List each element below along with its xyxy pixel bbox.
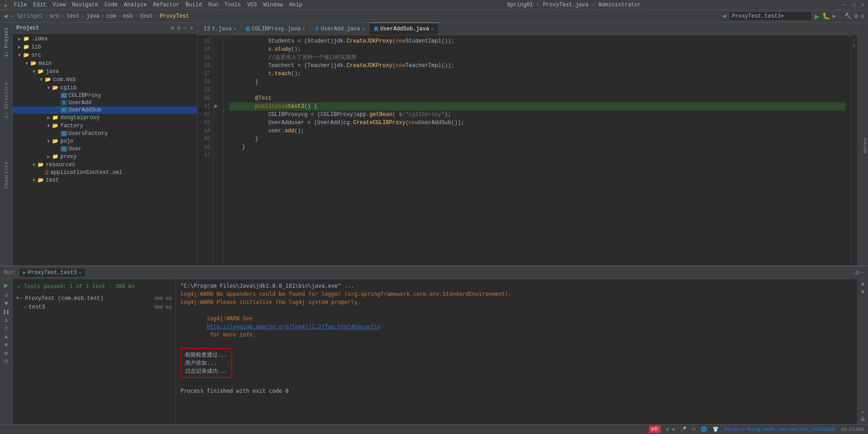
run-clock-icon[interactable]: ⏱ [4, 359, 9, 366]
nav-back-icon[interactable]: ◀ [4, 12, 7, 20]
tree-lib[interactable]: ▶ 📁 lib [13, 43, 197, 51]
mic-icon[interactable]: 🎤 [680, 426, 687, 432]
run-tree-icon[interactable]: ⊞ [5, 350, 8, 357]
tree-resources[interactable]: ▼ 📂 resources [13, 161, 197, 169]
tree-java[interactable]: ▼ 📂 java [13, 68, 197, 76]
run-gutter-icon[interactable]: ▶ [215, 102, 222, 111]
menu-build[interactable]: Build [183, 1, 205, 9]
tree-useraddsub[interactable]: C UserAddSub [13, 106, 197, 114]
useradd-tab-close[interactable]: ✕ [362, 26, 365, 32]
tab-13[interactable]: 13 t.java ✕ [199, 23, 241, 35]
build-icon[interactable]: 🔨 [844, 13, 852, 20]
tree-proxy[interactable]: ▶ 📁 proxy [13, 153, 197, 161]
tree-com-msb[interactable]: ▼ 📂 com.msb [13, 76, 197, 84]
tab-cglibproxy[interactable]: C CGLIBProxy.java ✕ [241, 23, 310, 35]
menu-code[interactable]: Code [102, 1, 120, 9]
breadcrumb-com[interactable]: com [107, 13, 117, 19]
settings-icon[interactable]: ⚙ [855, 269, 859, 276]
breadcrumb-proxytest[interactable]: ProxyTest [160, 13, 189, 19]
favorites-icon[interactable]: Favorites [3, 159, 10, 191]
run-stop-icon[interactable]: ■ [5, 300, 8, 307]
test-test3-row[interactable]: ✓ test3 380 ms [15, 303, 174, 311]
tree-cglib[interactable]: ▼ 📂 cglib [13, 84, 197, 92]
menu-tools[interactable]: Tools [222, 1, 244, 9]
print-icon[interactable]: 🖶 [860, 416, 865, 422]
run-rerun-icon[interactable]: ↺ [5, 292, 8, 299]
close-button[interactable]: ✕ [861, 1, 864, 9]
run-tab-proxytest[interactable]: ▶ ProxyTest.test3 ✕ [20, 269, 85, 277]
nav-arrow-left[interactable]: ◀ [723, 13, 726, 19]
status-link[interactable]: https://blog.csdn.net/weixin_43321280 [724, 427, 835, 432]
run-prev-icon[interactable]: ▲ [5, 334, 8, 340]
tree-src[interactable]: ▼ 📂 src [13, 51, 197, 59]
menu-help[interactable]: Help [287, 1, 305, 9]
run-sort-icon[interactable]: ⇅ [5, 317, 8, 324]
tree-factory[interactable]: ▼ 📂 factory [13, 122, 197, 130]
breadcrumb-test[interactable]: test [67, 13, 80, 19]
wrap-icon[interactable]: ↵ [861, 409, 864, 415]
menu-run[interactable]: Run [205, 1, 221, 9]
nav-forward-icon[interactable]: ▶ [10, 12, 14, 20]
structure-icon[interactable]: Z: Structure [3, 80, 10, 121]
tree-main[interactable]: ▼ 📂 main [13, 59, 197, 68]
tree-cglibproxy[interactable]: C CGLIBProxy [13, 92, 197, 99]
tree-user[interactable]: C User [13, 145, 197, 153]
tree-test-folder[interactable]: ▼ 📂 test [13, 176, 197, 184]
minimize-button[interactable]: — [843, 1, 847, 9]
sidebar-collapse-icon[interactable]: — [183, 24, 187, 32]
debug-icon[interactable]: 🐛 [822, 12, 830, 20]
scroll-down-icon[interactable]: ▼ [861, 289, 864, 295]
tab-useraddsub[interactable]: C UserAddSub.java ✕ [370, 23, 439, 35]
menu-view[interactable]: View [50, 1, 68, 9]
menu-window[interactable]: Window [261, 1, 286, 9]
tree-usersfactory[interactable]: C UsersFactory [13, 130, 197, 137]
menu-analyze[interactable]: Analyze [121, 1, 149, 9]
tab-13-close[interactable]: ✕ [234, 26, 236, 32]
menu-navigate[interactable]: Navigate [69, 1, 101, 9]
test-proxytest-row[interactable]: ▼ ✓ ProxyTest (com.msb.test) 380 ms [15, 294, 174, 303]
project-icon[interactable]: 1: Project [3, 24, 10, 60]
run-play-icon[interactable]: ▶ [4, 281, 9, 290]
menu-file[interactable]: File [11, 1, 29, 9]
restore-layout-icon[interactable]: ⊟ [861, 13, 864, 20]
tree-appcontext[interactable]: ☰ applicationContext.xml [13, 169, 197, 176]
more-run-icon[interactable]: … [839, 13, 842, 19]
keyboard-icon[interactable]: ⌨ [692, 426, 695, 432]
tree-useradd[interactable]: I UserAdd [13, 99, 197, 106]
cglibproxy-tab-close[interactable]: ✕ [302, 26, 305, 32]
search-field[interactable]: ProxyTest.test3▾ [729, 11, 812, 21]
sidebar-gear-icon[interactable]: ⚙ [177, 24, 181, 32]
nav-right-icon[interactable]: ⊞ [854, 13, 858, 20]
run-green-icon[interactable]: ▶ [814, 11, 819, 21]
breadcrumb-spring01[interactable]: Spring01 [17, 13, 43, 19]
sogou-input-icon[interactable]: S中 [649, 425, 661, 433]
run-pause-icon[interactable]: ❚❚ [3, 309, 9, 315]
run-next-icon[interactable]: ▼ [5, 342, 8, 348]
breadcrumb-msb[interactable]: msb [123, 13, 133, 19]
useraddsub-tab-close[interactable]: ✕ [431, 26, 434, 32]
tree-dongtaiproxy[interactable]: ▶ 📁 dongtaiproxy [13, 114, 197, 122]
log4j-link[interactable]: http://logging.apache.org/log4j/1.2/faq.… [207, 323, 380, 330]
coverage-icon[interactable]: ▶ [833, 13, 836, 19]
maven-label[interactable]: Maven [863, 138, 868, 153]
menu-vcs[interactable]: VCS [244, 1, 260, 9]
restore-button[interactable]: ❐ [852, 1, 855, 9]
run-tab-close[interactable]: ✕ [78, 270, 81, 275]
breadcrumb-src[interactable]: src [50, 13, 60, 19]
sidebar-sync-icon[interactable]: ⊕ [171, 24, 175, 32]
tree-idea[interactable]: ▶ 📁 .idea [13, 35, 197, 43]
breadcrumb-java[interactable]: java [87, 13, 100, 19]
minimize-panel-icon[interactable]: — [861, 269, 864, 276]
menu-edit[interactable]: Edit [30, 1, 49, 9]
code-area[interactable]: Student s = ( Student )jdk. CreateJDKPro… [224, 35, 851, 265]
sidebar-close-icon[interactable]: ✕ [190, 24, 193, 32]
tree-pojo[interactable]: ▼ 📂 pojo [13, 137, 197, 145]
scroll-up-icon[interactable]: ▲ [861, 281, 864, 287]
breadcrumb-test2[interactable]: test [140, 13, 153, 19]
tab-useradd[interactable]: I UserAdd.java ✕ [310, 23, 370, 35]
menu-refactor[interactable]: Refactor [151, 1, 182, 9]
network-icon[interactable]: 🌐 [701, 426, 707, 432]
run-filter-icon[interactable]: ≡ [5, 326, 8, 332]
code-line-36: Teacher t = ( Teacher )jdk. CreateJDKPro… [229, 62, 845, 70]
console-output[interactable]: "C:\Program Files\Java\jdk1.8.0_181\bin\… [176, 279, 857, 424]
